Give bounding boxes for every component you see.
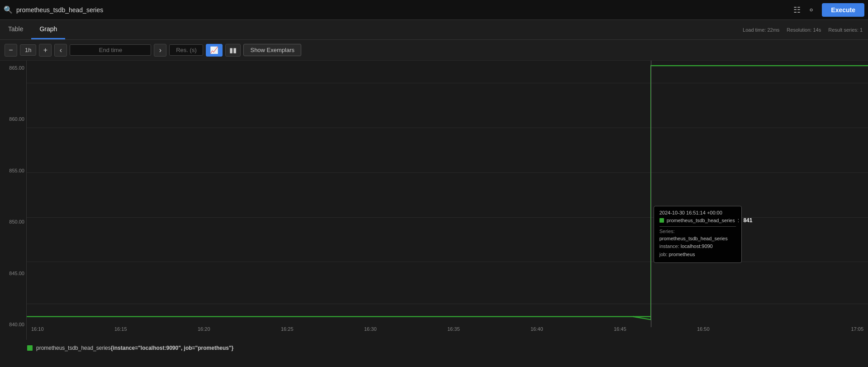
toolbar: − 1h + ‹ › 📈 ▮▮ Show Exemplars — [0, 40, 868, 61]
resolution: Resolution: 14s — [787, 27, 821, 33]
legend-series-name: prometheus_tsdb_head_series — [36, 345, 111, 351]
tooltip-instance-value: localhost:9090 — [681, 243, 713, 249]
search-icon: 🔍 — [4, 5, 13, 14]
x-label-5: 16:35 — [447, 326, 460, 332]
tab-meta: Load time: 22ms Resolution: 14s Result s… — [743, 20, 868, 39]
chart-svg — [27, 61, 868, 327]
x-label-10: 17:05 — [851, 326, 863, 332]
x-axis: 16:10 16:15 16:20 16:25 16:30 16:35 16:4… — [27, 326, 868, 332]
y-label-2: 860.00 — [2, 116, 24, 122]
tab-table[interactable]: Table — [0, 20, 31, 39]
chart-inner: 16:10 16:15 16:20 16:25 16:30 16:35 16:4… — [26, 61, 868, 340]
x-label-0: 16:10 — [31, 326, 44, 332]
tooltip-job-value: prometheus — [669, 252, 695, 257]
x-label-2: 16:20 — [198, 326, 210, 332]
result-series: Result series: 1 — [828, 27, 863, 33]
tooltip-detail-name: prometheus_tsdb_head_series — [659, 236, 728, 241]
tooltip-time: 2024-10-30 16:51:14 +00:00 — [659, 210, 736, 215]
tooltip-job-key: job — [659, 252, 666, 257]
format-button[interactable]: ☷ — [790, 3, 804, 17]
tooltip: 2024-10-30 16:51:14 +00:00 prometheus_ts… — [654, 206, 742, 263]
x-label-7: 16:45 — [614, 326, 626, 332]
tab-row: Table Graph Load time: 22ms Resolution: … — [0, 20, 868, 40]
y-axis: 865.00 860.00 855.00 850.00 845.00 840.0… — [0, 61, 26, 340]
chart-area: 865.00 860.00 855.00 850.00 845.00 840.0… — [0, 61, 868, 340]
tooltip-series-detail: prometheus_tsdb_head_series instance: lo… — [659, 235, 736, 259]
line-chart-button[interactable]: 📈 — [206, 44, 223, 57]
tooltip-instance-key: instance — [659, 243, 678, 249]
resolution-input[interactable] — [169, 44, 203, 56]
end-time-input[interactable] — [70, 44, 151, 56]
tooltip-value: 841 — [743, 217, 752, 224]
tab-graph[interactable]: Graph — [31, 20, 65, 39]
y-label-1: 865.00 — [2, 65, 24, 71]
legend-label: prometheus_tsdb_head_series{instance="lo… — [36, 345, 233, 351]
metrics-explorer-button[interactable]: ⚬ — [804, 3, 818, 17]
x-label-8: 16:50 — [697, 326, 710, 332]
x-label-1: 16:15 — [114, 326, 127, 332]
load-time: Load time: 22ms — [743, 27, 779, 33]
stacked-chart-button[interactable]: ▮▮ — [225, 44, 241, 57]
y-label-5: 845.00 — [2, 271, 24, 276]
tooltip-dot — [659, 218, 664, 223]
tooltip-series-row: prometheus_tsdb_head_series : 841 — [659, 217, 736, 224]
prev-time-button[interactable]: ‹ — [54, 44, 67, 57]
tooltip-divider — [659, 226, 736, 227]
tooltip-series-name: prometheus_tsdb_head_series — [667, 218, 735, 223]
legend-labels-strong: {instance="localhost:9090", job="prometh… — [111, 345, 234, 351]
increase-duration-button[interactable]: + — [39, 44, 52, 57]
decrease-duration-button[interactable]: − — [5, 44, 17, 57]
x-label-4: 16:30 — [364, 326, 377, 332]
legend: prometheus_tsdb_head_series{instance="lo… — [0, 340, 868, 356]
next-time-button[interactable]: › — [154, 44, 166, 57]
y-label-3: 855.00 — [2, 168, 24, 173]
tooltip-series-label: Series: — [659, 229, 736, 234]
show-exemplars-button[interactable]: Show Exemplars — [243, 44, 301, 56]
hover-line — [651, 61, 651, 327]
search-input[interactable] — [16, 6, 790, 14]
y-label-4: 850.00 — [2, 219, 24, 224]
x-label-6: 16:40 — [531, 326, 543, 332]
duration-display[interactable]: 1h — [20, 44, 36, 56]
search-bar: 🔍 ☷ ⚬ Execute — [0, 0, 868, 20]
y-label-6: 840.00 — [2, 322, 24, 327]
execute-button[interactable]: Execute — [822, 3, 864, 17]
legend-color-dot — [27, 345, 33, 351]
x-label-3: 16:25 — [281, 326, 294, 332]
